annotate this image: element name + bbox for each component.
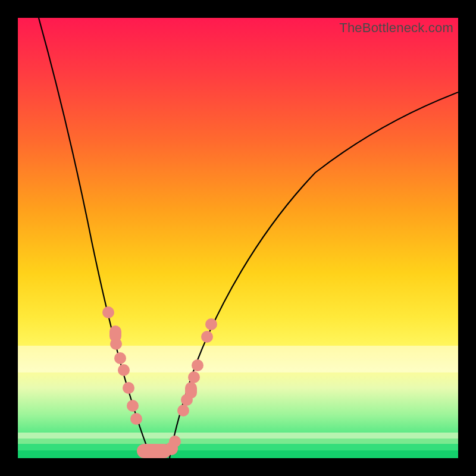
right-curve	[170, 92, 458, 458]
svg-point-14	[177, 405, 189, 416]
svg-point-10	[192, 359, 203, 371]
left-curve	[39, 18, 152, 458]
right-arm-dots	[177, 318, 217, 416]
svg-point-13	[181, 394, 193, 406]
svg-point-9	[201, 331, 213, 343]
svg-point-17	[169, 436, 181, 447]
svg-point-7	[130, 413, 142, 425]
svg-point-3	[114, 352, 126, 364]
svg-point-4	[118, 364, 130, 376]
left-arm-dots	[102, 306, 142, 425]
svg-point-5	[123, 382, 134, 394]
svg-point-11	[188, 371, 200, 383]
svg-point-6	[127, 400, 139, 412]
plot-area: TheBottleneck.com	[18, 18, 458, 458]
chart-frame: TheBottleneck.com	[0, 0, 476, 476]
curve-canvas	[18, 18, 458, 458]
svg-point-2	[110, 338, 122, 350]
svg-point-0	[102, 306, 114, 318]
svg-point-8	[205, 318, 217, 330]
